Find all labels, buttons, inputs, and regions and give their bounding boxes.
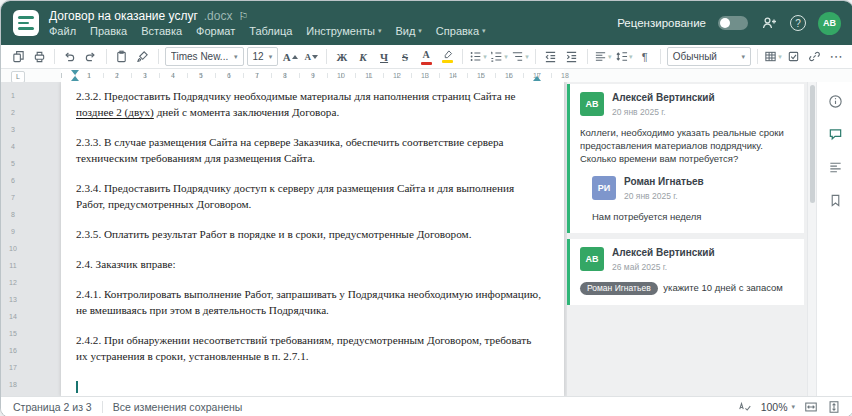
- nonprinting-characters-icon[interactable]: ¶: [636, 48, 654, 66]
- ruler-number: 13: [1, 291, 25, 308]
- strikethrough-button[interactable]: S: [396, 48, 414, 66]
- ruler-number: 10: [327, 69, 355, 82]
- spellcheck-icon[interactable]: [738, 400, 752, 414]
- more-tools-button[interactable]: ⋯: [827, 48, 845, 66]
- fit-width-icon[interactable]: [804, 400, 818, 414]
- comments-panel: АВ Алексей Вертинский 20 янв 2025 г. Кол…: [567, 82, 807, 396]
- line-spacing-icon[interactable]: ▾: [615, 48, 633, 66]
- menu-insert[interactable]: Вставка: [141, 25, 182, 37]
- ruler-number: 5: [1, 155, 25, 172]
- chevron-down-icon: ▾: [234, 53, 238, 61]
- undo-icon[interactable]: [61, 48, 79, 66]
- insert-link-icon[interactable]: [806, 48, 824, 66]
- format-painter-icon[interactable]: [134, 48, 152, 66]
- info-icon[interactable]: [826, 92, 844, 110]
- menu-file[interactable]: Файл: [49, 25, 76, 37]
- bullet-list-icon[interactable]: ▾: [469, 48, 487, 66]
- ruler-number: 6: [215, 69, 243, 82]
- font-size-value: 12: [253, 51, 264, 62]
- application-window: Договор на оказание услуг .docx ⚐ Файл П…: [0, 0, 852, 416]
- increase-font-icon[interactable]: А: [281, 48, 299, 66]
- ruler-number: 9: [1, 223, 25, 240]
- document-extension: .docx: [204, 10, 233, 23]
- hanging-indent-marker[interactable]: [71, 76, 79, 81]
- chevron-down-icon: ▾: [504, 53, 508, 61]
- ruler-number: 4: [1, 138, 25, 155]
- paragraph-style-select[interactable]: Обычный ▾: [667, 47, 751, 66]
- comments-icon[interactable]: [826, 125, 844, 143]
- ruler-number: 2: [1, 104, 25, 121]
- redo-icon[interactable]: [82, 48, 100, 66]
- italic-label: К: [359, 51, 366, 63]
- menu-format[interactable]: Формат: [196, 25, 235, 37]
- divider: [102, 401, 103, 413]
- highlight-color-button[interactable]: [438, 48, 456, 66]
- checkbox-content-icon[interactable]: [785, 48, 803, 66]
- letter: А: [283, 51, 291, 63]
- paste-icon[interactable]: [113, 48, 131, 66]
- bold-button[interactable]: Ж: [333, 48, 351, 66]
- app-logo-button[interactable]: [13, 10, 39, 36]
- insert-table-icon[interactable]: ▾: [764, 48, 782, 66]
- font-color-button[interactable]: А: [417, 48, 435, 66]
- menu-help[interactable]: Справка▾: [436, 25, 486, 37]
- numbered-list-icon[interactable]: ▾: [490, 48, 508, 66]
- document-page[interactable]: 2.3.2. Предоставить Подрядчику необходим…: [61, 82, 564, 396]
- chevron-down-icon: ▾: [418, 27, 422, 35]
- decrease-font-icon[interactable]: А: [302, 48, 320, 66]
- menu-table[interactable]: Таблица: [249, 25, 292, 37]
- document-title[interactable]: Договор на оказание услуг: [49, 10, 198, 23]
- bookmark-icon[interactable]: [826, 191, 844, 209]
- favorite-flag-icon[interactable]: ⚐: [238, 11, 248, 22]
- menu-edit[interactable]: Правка: [90, 25, 127, 37]
- tab-selector-button[interactable]: L: [11, 71, 25, 83]
- menu-tools[interactable]: Инструменты▾: [306, 25, 381, 37]
- ruler-number: 14: [1, 308, 25, 325]
- font-family-select[interactable]: Times New... ▾: [165, 47, 244, 66]
- fit-page-icon[interactable]: [827, 400, 841, 414]
- menu-label: Вид: [395, 25, 415, 37]
- commented-text[interactable]: позднее 2 (двух): [76, 106, 154, 118]
- copy-icon[interactable]: [9, 48, 27, 66]
- horizontal-ruler: L 123456789101112131415161718: [1, 69, 852, 83]
- ruler-number: 16: [1, 342, 25, 359]
- navigation-icon[interactable]: [826, 158, 844, 176]
- print-icon[interactable]: [30, 48, 48, 66]
- help-icon[interactable]: ?: [790, 15, 806, 31]
- triangle-down: [312, 55, 318, 59]
- comment-text-rest: укажите 10 дней с запасом: [661, 282, 783, 293]
- multilevel-list-icon[interactable]: ▾: [511, 48, 529, 66]
- ruler-number: 18: [551, 69, 579, 82]
- font-size-select[interactable]: 12 ▾: [247, 47, 279, 66]
- chevron-down-icon: ▾: [629, 53, 633, 61]
- font-color-swatch: [421, 62, 432, 65]
- zoom-select[interactable]: 100% ▾: [761, 401, 795, 413]
- menu-label: Файл: [49, 25, 76, 37]
- scrollbar-thumb[interactable]: [810, 85, 815, 203]
- review-toggle[interactable]: [718, 16, 748, 30]
- decrease-indent-icon[interactable]: [542, 48, 560, 66]
- first-line-indent-marker[interactable]: [71, 70, 79, 75]
- increase-indent-icon[interactable]: [563, 48, 581, 66]
- user-avatar[interactable]: АВ: [818, 12, 841, 35]
- strikethrough-label: S: [402, 51, 408, 63]
- comment-date: 26 май 2025 г.: [612, 262, 715, 272]
- underline-button[interactable]: Ч: [375, 48, 393, 66]
- ruler-number: 2: [103, 69, 131, 82]
- paragraph: 2.3.2. Предоставить Подрядчику необходим…: [76, 88, 542, 120]
- comment-author: Алексей Вертинский: [612, 92, 715, 104]
- chevron-down-icon: ▾: [378, 27, 382, 35]
- reply-text: Нам потребуется неделя: [592, 210, 794, 223]
- right-indent-marker[interactable]: [533, 76, 541, 81]
- collaborators-icon[interactable]: [760, 14, 778, 32]
- ruler-number: 18: [1, 376, 25, 393]
- menu-view[interactable]: Вид▾: [395, 25, 421, 37]
- align-left-icon[interactable]: ▾: [594, 48, 612, 66]
- italic-button[interactable]: К: [354, 48, 372, 66]
- ruler-number: 15: [467, 69, 495, 82]
- page-indicator[interactable]: Страница 2 из 3: [13, 401, 92, 413]
- comment-thread[interactable]: АВ Алексей Вертинский 20 янв 2025 г. Кол…: [567, 84, 804, 233]
- ruler-number: 6: [1, 172, 25, 189]
- reply-author: Роман Игнатьев: [624, 176, 704, 188]
- comment-thread[interactable]: АВ Алексей Вертинский 26 май 2025 г. Ром…: [567, 239, 804, 305]
